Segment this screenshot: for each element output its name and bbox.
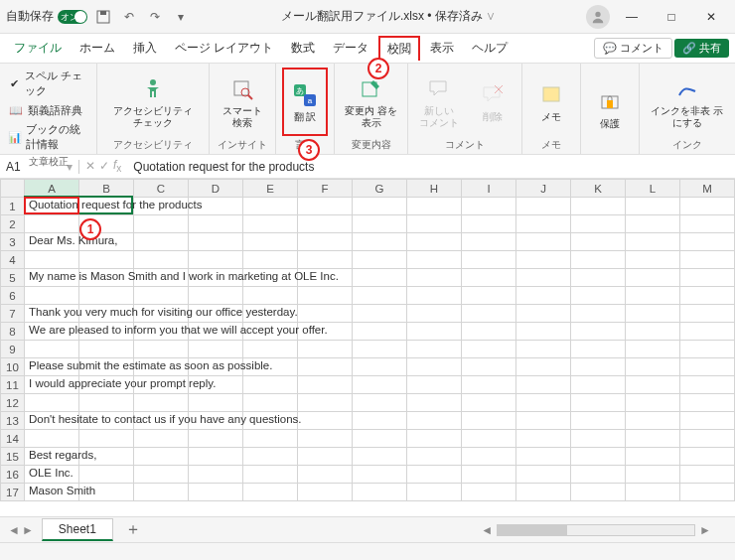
row-header[interactable]: 2 [1, 215, 25, 233]
cell[interactable] [353, 251, 407, 269]
cell[interactable] [462, 323, 516, 341]
cell[interactable] [680, 323, 735, 341]
cell[interactable] [516, 251, 571, 269]
cell[interactable] [626, 251, 680, 269]
cell[interactable] [189, 233, 243, 251]
col-header[interactable]: C [134, 180, 189, 198]
cell[interactable]: My name is Mason Smith and I work in mar… [25, 269, 79, 287]
cell[interactable] [243, 484, 298, 501]
cell[interactable] [25, 430, 79, 448]
cell[interactable] [680, 394, 735, 412]
cell[interactable] [626, 358, 680, 376]
cell[interactable] [298, 215, 353, 233]
cell[interactable] [353, 376, 407, 394]
cell[interactable] [298, 466, 353, 484]
cell[interactable] [353, 412, 407, 430]
smart-lookup-button[interactable]: スマート 検索 [216, 68, 269, 136]
cell[interactable] [571, 341, 626, 358]
cell[interactable] [243, 430, 298, 448]
new-comment-button[interactable]: 新しい コメント [414, 68, 463, 136]
cell[interactable] [626, 305, 680, 323]
cell[interactable] [298, 394, 353, 412]
tab-formulas[interactable]: 数式 [283, 36, 323, 61]
cell[interactable] [353, 323, 407, 341]
cell[interactable] [353, 466, 407, 484]
cell[interactable] [462, 269, 516, 287]
cell[interactable] [516, 484, 571, 501]
cell[interactable] [298, 448, 353, 466]
cell[interactable] [298, 305, 353, 323]
cell[interactable] [79, 251, 134, 269]
cell[interactable] [462, 215, 516, 233]
cell[interactable] [353, 484, 407, 501]
row-header[interactable]: 17 [1, 484, 25, 501]
cell[interactable] [626, 323, 680, 341]
cell[interactable] [462, 251, 516, 269]
thesaurus-button[interactable]: 📖類義語辞典 [6, 101, 90, 119]
cell[interactable] [680, 376, 735, 394]
cell[interactable] [516, 305, 571, 323]
cell[interactable] [298, 198, 353, 215]
cell[interactable] [516, 412, 571, 430]
cell[interactable] [134, 233, 189, 251]
cell[interactable] [189, 341, 243, 358]
col-header[interactable]: F [298, 180, 353, 198]
cell[interactable] [243, 198, 298, 215]
cell[interactable] [407, 323, 462, 341]
cell[interactable] [626, 233, 680, 251]
cell[interactable] [189, 251, 243, 269]
cell[interactable] [353, 358, 407, 376]
tab-home[interactable]: ホーム [72, 36, 123, 61]
row-header[interactable]: 7 [1, 305, 25, 323]
cell[interactable] [516, 287, 571, 305]
cell[interactable] [680, 305, 735, 323]
cell[interactable] [516, 341, 571, 358]
sheet-prev-icon[interactable]: ◄ [8, 523, 20, 537]
close-icon[interactable]: ✕ [693, 3, 729, 31]
cell[interactable] [134, 251, 189, 269]
cell[interactable] [134, 341, 189, 358]
tab-layout[interactable]: ページ レイアウト [167, 36, 281, 61]
cell[interactable] [298, 484, 353, 501]
cell[interactable] [298, 233, 353, 251]
cell[interactable] [298, 412, 353, 430]
cell[interactable] [407, 376, 462, 394]
cell[interactable] [243, 394, 298, 412]
col-header[interactable]: G [353, 180, 407, 198]
row-header[interactable]: 14 [1, 430, 25, 448]
tab-data[interactable]: データ [325, 36, 376, 61]
cell[interactable]: I would appreciate your prompt reply. [25, 376, 79, 394]
cell[interactable] [407, 341, 462, 358]
cell[interactable] [516, 466, 571, 484]
cell[interactable] [516, 198, 571, 215]
qat-dropdown-icon[interactable]: ▾ [171, 7, 191, 27]
cell[interactable] [353, 430, 407, 448]
cell[interactable] [571, 394, 626, 412]
cell[interactable] [298, 341, 353, 358]
show-changes-button[interactable]: 変更内 容を表示 [341, 68, 402, 136]
cell[interactable] [134, 287, 189, 305]
cell[interactable] [134, 430, 189, 448]
col-header[interactable]: L [626, 180, 680, 198]
cell[interactable] [407, 466, 462, 484]
cell[interactable] [680, 430, 735, 448]
cell[interactable] [189, 466, 243, 484]
cell[interactable] [680, 484, 735, 501]
cell[interactable] [571, 287, 626, 305]
row-header[interactable]: 8 [1, 323, 25, 341]
cell[interactable] [243, 287, 298, 305]
cell[interactable]: Quotation request for the products [25, 198, 79, 215]
cell[interactable] [134, 394, 189, 412]
cell[interactable] [680, 251, 735, 269]
row-header[interactable]: 3 [1, 233, 25, 251]
cell[interactable] [243, 448, 298, 466]
row-header[interactable]: 11 [1, 376, 25, 394]
row-header[interactable]: 6 [1, 287, 25, 305]
row-header[interactable]: 16 [1, 466, 25, 484]
col-header[interactable]: E [243, 180, 298, 198]
cell[interactable] [516, 430, 571, 448]
cell[interactable] [462, 484, 516, 501]
col-header[interactable]: H [407, 180, 462, 198]
cell[interactable] [462, 466, 516, 484]
cell[interactable] [571, 358, 626, 376]
